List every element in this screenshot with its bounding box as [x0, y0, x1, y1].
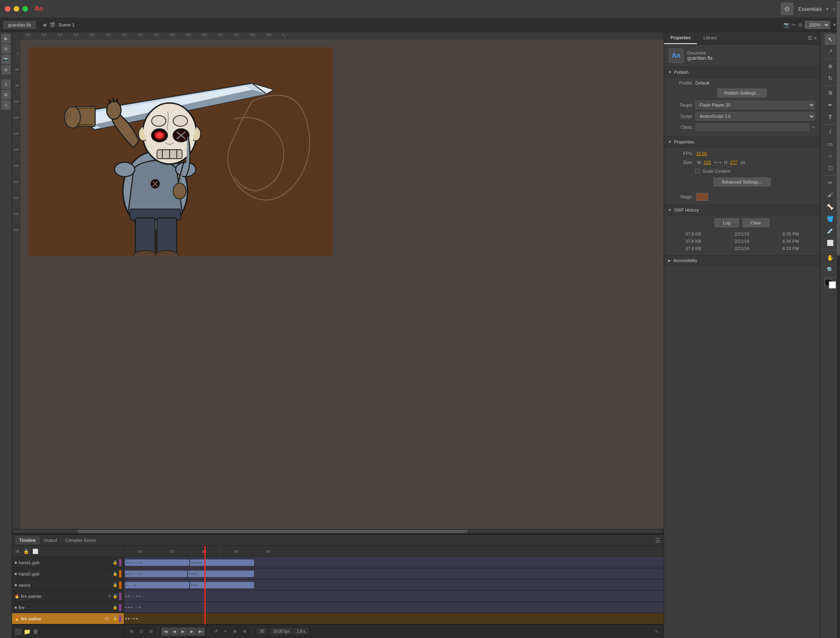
target-select[interactable]: Flash Player 20 Flash Player 19 HTML5 Ca…: [695, 101, 815, 109]
stage-area[interactable]: [20, 39, 664, 529]
tab-output[interactable]: Output: [40, 536, 61, 544]
tool-hand[interactable]: ✋: [825, 252, 836, 263]
tool-free-transform[interactable]: ⊕: [825, 61, 836, 72]
step-forward-btn[interactable]: ▶: [188, 628, 196, 636]
tool-lasso[interactable]: ⌘: [825, 87, 836, 99]
tab-properties[interactable]: Properties: [664, 32, 697, 44]
lock-icon[interactable]: 🔒: [23, 549, 29, 554]
onion2-icon[interactable]: ⊕: [240, 628, 248, 636]
clear-button[interactable]: Clear: [742, 218, 769, 227]
layer-outline-icon[interactable]: ⊡: [105, 616, 108, 621]
playhead[interactable]: [204, 546, 206, 557]
loop-icon[interactable]: ↺: [212, 628, 220, 636]
frames-icon3[interactable]: ⊟: [147, 628, 155, 636]
tool-circle[interactable]: ⊙: [1, 100, 11, 110]
frames-icon2[interactable]: ⊡: [137, 628, 145, 636]
tab-library[interactable]: Library: [697, 32, 723, 44]
layer-lock-icon[interactable]: 🔒: [113, 616, 117, 621]
layer-sword[interactable]: ■ sword · 🔒: [12, 579, 124, 591]
layer-hand1-gob[interactable]: ■ hand1-gob · 🔒: [12, 557, 124, 568]
layer-lock-icon[interactable]: 🔒: [113, 571, 117, 576]
maximize-button[interactable]: [22, 6, 28, 12]
layer-fire[interactable]: ■ fire · 🔒: [12, 602, 124, 613]
tool-3d-rotate[interactable]: ↻: [825, 73, 836, 84]
next-keyframe-btn[interactable]: ▶|: [197, 628, 205, 636]
tool-line[interactable]: /: [825, 126, 836, 137]
tool-arrow[interactable]: ▶: [1, 34, 11, 43]
track-fire[interactable]: ● ● ● ○ ○ ●: [124, 602, 664, 613]
tool-grid[interactable]: ⊞: [1, 44, 11, 54]
swf-history-section-header[interactable]: ▼ SWF History: [664, 205, 820, 215]
tool-oval[interactable]: ○: [825, 150, 836, 162]
tool-pen[interactable]: ✒: [825, 99, 836, 111]
tool-paint-bucket[interactable]: 🪣: [825, 213, 836, 224]
tool-select[interactable]: ↖: [825, 34, 836, 45]
delete-layer-icon[interactable]: 🗑: [32, 628, 39, 635]
layer-lock-icon[interactable]: 🔒: [113, 605, 117, 610]
tool-text[interactable]: T: [825, 111, 836, 123]
tool-camera[interactable]: 📷: [1, 55, 11, 64]
accessibility-section-header[interactable]: ▶ Accessibility: [664, 256, 820, 266]
pencil-icon[interactable]: ✏: [812, 125, 815, 130]
zoom-select[interactable]: 200% 100% 50%: [805, 21, 830, 29]
tool-polygon[interactable]: ⬡: [825, 162, 836, 174]
panel-menu-icon[interactable]: ☰: [808, 35, 812, 41]
horizontal-scrollbar[interactable]: [12, 529, 664, 534]
tool-pencil[interactable]: ✏: [825, 177, 836, 188]
layer-x-icon[interactable]: ✕: [108, 594, 111, 598]
tool-info[interactable]: ℹ: [1, 79, 11, 89]
scale-content-checkbox[interactable]: [695, 169, 700, 174]
add-folder-icon[interactable]: 📁: [23, 628, 30, 635]
expand-icon[interactable]: »: [833, 6, 835, 11]
fps-value[interactable]: 16.00: [696, 151, 707, 156]
onion-icon[interactable]: ⊗: [231, 628, 239, 636]
panel-expand-icon[interactable]: »: [814, 35, 817, 41]
track-hand2-gob[interactable]: ●●———● ●●●●: [124, 568, 664, 579]
tool-eraser[interactable]: ⬜: [825, 237, 836, 248]
track-sword[interactable]: ●——● ●●●: [124, 579, 664, 591]
tool-bone[interactable]: 🦴: [825, 201, 836, 212]
publish-settings-button[interactable]: Publish Settings...: [717, 89, 766, 97]
layer-visibility-icon[interactable]: ·: [110, 605, 111, 610]
tool-transform[interactable]: ⊕: [1, 65, 11, 75]
layer-lock-icon[interactable]: 🔒: [113, 594, 117, 598]
close-button[interactable]: [5, 6, 10, 12]
layer-lock-icon[interactable]: 🔒: [113, 583, 117, 587]
wave-icon[interactable]: ∿: [652, 628, 660, 636]
layer-fire-outline[interactable]: 🔥 fire outline ⊡ · 🔒: [12, 613, 124, 624]
tab-timeline[interactable]: Timeline: [15, 536, 40, 544]
layer-dot-icon[interactable]: ·: [110, 616, 111, 621]
layer-visibility-icon[interactable]: ·: [110, 571, 111, 576]
layer-hand2-gob[interactable]: ■ hand2-gob · 🔒: [12, 568, 124, 579]
play-btn[interactable]: ▶: [179, 628, 187, 636]
file-tab[interactable]: guardian.fla: [3, 21, 36, 29]
tool-rectangle[interactable]: ▭: [825, 138, 836, 149]
prev-keyframe-btn[interactable]: |◀: [162, 628, 170, 636]
log-button[interactable]: Log: [715, 218, 739, 227]
width-value[interactable]: 525: [704, 160, 711, 165]
layer-visibility-icon[interactable]: ·: [110, 583, 111, 587]
tab-compiler-errors[interactable]: Compiler Errors: [61, 536, 100, 544]
properties-sub-section-header[interactable]: ▼ Properties: [664, 137, 820, 147]
track-fire-outline[interactable]: ● ● □ ● ●: [124, 613, 664, 624]
track-fire-palette[interactable]: ● ● ○ ○ ● ● ○: [124, 591, 664, 602]
fill-color-swatch[interactable]: [829, 281, 836, 289]
step-back-btn[interactable]: ◀: [170, 628, 178, 636]
script-select[interactable]: ActionScript 3.0 ActionScript 2.0: [695, 112, 815, 121]
zoom-chevron-icon[interactable]: ▼: [832, 22, 837, 27]
box-icon[interactable]: ⬜: [32, 549, 38, 554]
publish-section-header[interactable]: ▼ Publish: [664, 67, 820, 77]
track-hand1-gob[interactable]: ●●———● ●●●●●: [124, 557, 664, 568]
advanced-settings-button[interactable]: Advanced Settings...: [713, 178, 771, 186]
panel-menu[interactable]: ☰ »: [805, 32, 820, 44]
settings-icon[interactable]: ⚙: [781, 2, 794, 15]
frames-icon[interactable]: ⊞: [127, 628, 135, 636]
tool-subselect[interactable]: ↗: [825, 46, 836, 57]
minimize-button[interactable]: [14, 6, 19, 12]
tool-eyedropper[interactable]: 💉: [825, 225, 836, 236]
layer-fire-palette[interactable]: 🔥 fire palette ✕ 🔒: [12, 591, 124, 602]
stage-color-swatch[interactable]: [696, 193, 708, 201]
layer-lock-icon[interactable]: 🔒: [113, 560, 117, 565]
stage-canvas[interactable]: [28, 47, 333, 256]
height-value[interactable]: 277: [730, 160, 737, 165]
